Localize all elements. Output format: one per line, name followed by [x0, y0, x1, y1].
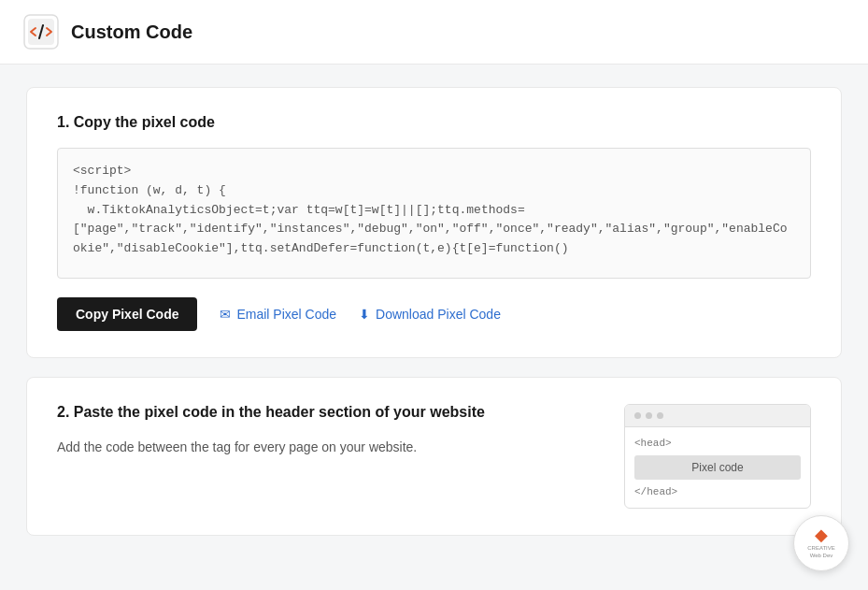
code-scroll-area[interactable]: <script> !function (w, d, t) { w.TiktokA…: [58, 149, 810, 278]
step1-card: 1. Copy the pixel code <script> !functio…: [26, 87, 842, 358]
step2-title: 2. Paste the pixel code in the header se…: [57, 404, 587, 421]
browser-dot-3: [657, 412, 663, 419]
browser-head-open: <head>: [634, 435, 801, 452]
step2-inner: 2. Paste the pixel code in the header se…: [57, 404, 811, 509]
custom-code-icon: [22, 13, 60, 50]
watermark-text: CREATIVEWeb Dev: [807, 545, 835, 560]
browser-mockup: <head> Pixel code </head>: [624, 404, 811, 509]
code-block: <script> !function (w, d, t) { w.TiktokA…: [57, 148, 811, 279]
browser-dot-1: [634, 412, 641, 419]
browser-body: <head> Pixel code </head>: [625, 427, 810, 508]
page-header: Custom Code: [0, 0, 868, 65]
action-row: Copy Pixel Code ✉ Email Pixel Code ⬇ Dow…: [57, 297, 811, 331]
main-content: 1. Copy the pixel code <script> !functio…: [0, 65, 868, 577]
download-link-label: Download Pixel Code: [376, 307, 501, 322]
page-title: Custom Code: [71, 22, 192, 43]
copy-pixel-code-button[interactable]: Copy Pixel Code: [57, 297, 197, 331]
watermark-badge: ◆ CREATIVEWeb Dev: [793, 515, 849, 571]
browser-top-bar: [625, 405, 810, 427]
step2-card: 2. Paste the pixel code in the header se…: [26, 377, 842, 536]
email-icon: ✉: [220, 307, 231, 322]
pixel-code-text: <script> !function (w, d, t) { w.TiktokA…: [73, 162, 788, 259]
step2-left: 2. Paste the pixel code in the header se…: [57, 404, 624, 457]
browser-dot-2: [646, 412, 652, 419]
download-pixel-code-link[interactable]: ⬇ Download Pixel Code: [359, 307, 501, 322]
browser-pixel-code-label: Pixel code: [634, 455, 801, 480]
email-pixel-code-link[interactable]: ✉ Email Pixel Code: [220, 307, 336, 322]
step2-description: Add the code between the tag for every p…: [57, 438, 587, 457]
browser-head-close: </head>: [634, 483, 801, 500]
step1-title: 1. Copy the pixel code: [57, 114, 811, 131]
download-icon: ⬇: [359, 307, 370, 322]
email-link-label: Email Pixel Code: [236, 307, 336, 322]
watermark-icon: ◆: [815, 526, 828, 543]
